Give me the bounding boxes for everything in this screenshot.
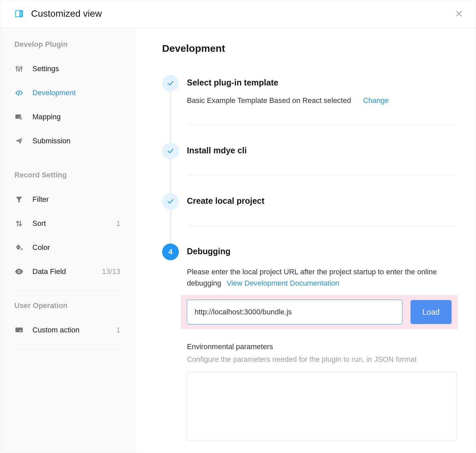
sidebar-item-label: Filter [32, 195, 49, 204]
badge: 1 [116, 219, 120, 228]
header: Customized view [0, 0, 476, 28]
template-selected-text: Basic Example Template Based on React se… [187, 96, 351, 105]
sliders-icon [14, 64, 24, 73]
step-connector [170, 159, 171, 193]
svg-rect-2 [20, 12, 22, 13]
steps: Select plug-in template Basic Example Te… [162, 75, 457, 453]
svg-point-17 [21, 249, 23, 250]
filter-icon [14, 195, 24, 204]
sidebar-item-sort[interactable]: Sort 1 [14, 211, 120, 236]
step-help: Please enter the local project URL after… [187, 266, 457, 289]
sidebar-item-label: Mapping [32, 113, 61, 121]
step-title: Debugging [187, 244, 457, 256]
badge: 1 [116, 326, 120, 334]
section-develop-plugin: Develop Plugin [14, 40, 120, 49]
step-connector [170, 92, 171, 143]
svg-point-19 [18, 271, 20, 273]
code-icon [14, 88, 24, 98]
step-1: Select plug-in template Basic Example Te… [162, 75, 457, 143]
step-title: Install mdye cli [187, 143, 457, 155]
sidebar-item-development[interactable]: Development [14, 81, 120, 105]
sidebar-item-label: Settings [32, 64, 59, 73]
window: Customized view Develop Plugin Settings [0, 0, 476, 453]
divider [14, 160, 120, 160]
action-icon [14, 325, 24, 335]
step-4: 4 Debugging Please enter the local proje… [162, 244, 457, 453]
check-icon [167, 147, 174, 155]
svg-point-8 [18, 69, 20, 70]
section-user-operation: User Operation [14, 301, 120, 310]
check-icon [167, 198, 174, 205]
sidebar-item-data-field[interactable]: Data Field 13/13 [14, 260, 120, 284]
sidebar-item-color[interactable]: Color [14, 236, 120, 260]
sort-icon [14, 219, 24, 228]
env-params-desc: Configure the parameters needed for the … [187, 354, 457, 365]
change-link[interactable]: Change [363, 96, 389, 105]
step-bullet-active: 4 [162, 244, 179, 260]
sidebar-item-custom-action[interactable]: Custom action 1 [14, 318, 120, 342]
svg-line-11 [19, 90, 19, 95]
step-subline: Basic Example Template Based on React se… [187, 96, 457, 105]
step-connector [170, 210, 171, 244]
step-2: Install mdye cli [162, 143, 457, 193]
step-title: Create local project [187, 193, 457, 206]
page-title: Customized view [31, 8, 102, 19]
main-content: Development Select plug-in template Basi… [135, 28, 476, 453]
divider [14, 349, 120, 349]
step-content: Debugging Please enter the local project… [187, 244, 457, 453]
sidebar: Develop Plugin Settings Devel [0, 28, 135, 453]
header-left: Customized view [14, 8, 102, 19]
step-title: Select plug-in template [187, 75, 457, 88]
sidebar-item-filter[interactable]: Filter [14, 187, 120, 211]
svg-rect-20 [15, 327, 23, 332]
sidebar-item-label: Data Field [32, 267, 66, 276]
project-url-input[interactable] [187, 300, 402, 324]
check-icon [167, 80, 174, 87]
svg-rect-3 [20, 13, 22, 14]
sidebar-item-label: Custom action [32, 326, 80, 334]
svg-rect-4 [20, 15, 22, 15]
sidebar-item-label: Submission [32, 137, 71, 145]
badge: 13/13 [102, 267, 120, 276]
view-icon [14, 9, 24, 18]
main-title: Development [162, 43, 457, 54]
step-bullet-done [162, 193, 179, 210]
sidebar-item-label: Sort [32, 219, 46, 228]
sidebar-item-mapping[interactable]: Mapping [14, 105, 120, 129]
svg-point-10 [21, 67, 22, 68]
svg-point-6 [16, 67, 17, 68]
step-content: Install mdye cli [187, 143, 457, 176]
env-params-textarea[interactable] [187, 371, 457, 441]
paint-icon [14, 243, 24, 252]
url-row: Load [181, 295, 458, 329]
paper-plane-icon [14, 136, 24, 146]
sidebar-item-label: Development [32, 89, 76, 97]
close-icon[interactable] [455, 10, 463, 18]
svg-point-14 [20, 117, 22, 120]
sidebar-item-settings[interactable]: Settings [14, 57, 120, 81]
env-params-label: Environmental parameters [187, 342, 457, 351]
doc-link[interactable]: View Development Documentation [227, 279, 339, 287]
section-record-setting: Record Setting [14, 171, 120, 179]
mapping-icon [14, 112, 24, 122]
divider [14, 290, 120, 291]
step-bullet-done [162, 75, 179, 92]
step-content: Create local project [187, 193, 457, 226]
load-button[interactable]: Load [410, 300, 452, 324]
sidebar-item-submission[interactable]: Submission [14, 129, 120, 153]
sidebar-item-label: Color [32, 243, 50, 252]
step-bullet-done [162, 143, 179, 159]
eye-icon [14, 267, 24, 276]
step-number: 4 [168, 248, 172, 256]
step-3: Create local project [162, 193, 457, 244]
body: Develop Plugin Settings Devel [0, 28, 476, 453]
step-content: Select plug-in template Basic Example Te… [187, 75, 457, 125]
